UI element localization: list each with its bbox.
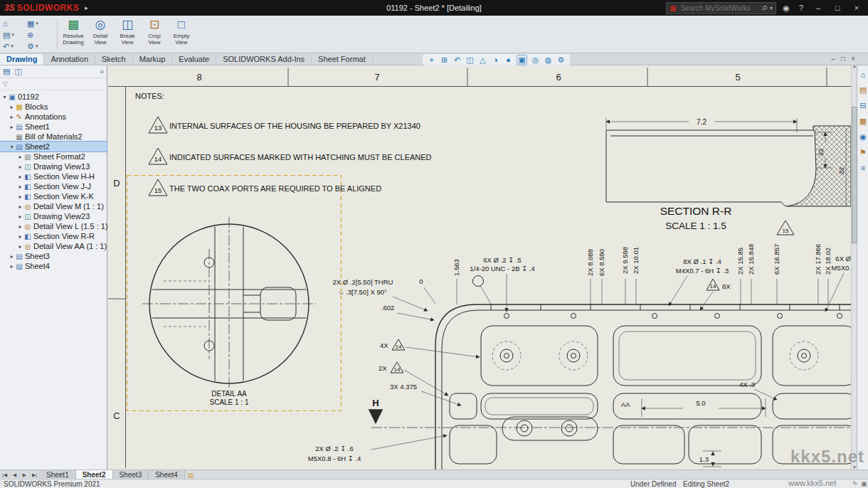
dim-4x3[interactable]: 4X .3: [739, 381, 755, 388]
dropdown-icon[interactable]: ▾: [36, 43, 38, 49]
search-dropdown-icon[interactable]: ▾: [770, 5, 773, 11]
tab-sketch[interactable]: Sketch: [95, 54, 133, 65]
dim-13[interactable]: 1.3: [699, 455, 709, 463]
expand-arrow-icon[interactable]: ▸: [9, 124, 15, 130]
callout-6x-right-line2[interactable]: M5X0.: [832, 264, 851, 272]
property-manager-tab-icon[interactable]: ◫: [14, 67, 21, 76]
tab-solidworks-addins[interactable]: SOLIDWORKS Add-Ins: [216, 54, 312, 65]
maximize-button[interactable]: □: [830, 4, 845, 12]
account-icon[interactable]: ◉: [781, 4, 791, 13]
expand-arrow-icon[interactable]: ▸: [17, 223, 23, 230]
tree-item-detail-view-m[interactable]: ▸◎Detail View M (1 : 1): [0, 201, 107, 211]
menu-expand-icon[interactable]: ▸: [85, 4, 88, 11]
tree-item-section-view-kk[interactable]: ▸◧Section View K-K: [0, 191, 107, 201]
dropdown-icon[interactable]: ▾: [11, 43, 14, 49]
search-input[interactable]: [679, 4, 759, 13]
section-view-title[interactable]: SECTION R-R: [660, 205, 732, 217]
flag-14[interactable]: 14: [710, 283, 716, 290]
dim-4375[interactable]: 3X 4.375: [390, 383, 417, 391]
dim-602[interactable]: .602: [381, 304, 395, 312]
dim-32b[interactable]: 32: [837, 167, 845, 175]
note-flag[interactable]: 13: [154, 124, 162, 132]
tree-item-annotations[interactable]: ▸✎Annotations: [0, 112, 107, 122]
vertical-scroll-thumb[interactable]: [852, 107, 857, 243]
edit-appearance-icon[interactable]: ◎: [531, 55, 540, 65]
expand-arrow-icon[interactable]: ▸: [17, 193, 23, 200]
file-explorer-icon[interactable]: ⊟: [857, 101, 868, 110]
annotation-view-icon[interactable]: △: [478, 55, 487, 65]
tree-item-detail-view-aa[interactable]: ▸◎Detail View AA (1 : 1): [0, 241, 107, 251]
break-view-button[interactable]: ◫ Break View: [115, 17, 139, 51]
qty-2x-flag[interactable]: 14: [394, 366, 401, 373]
dim-7-2[interactable]: 7.2: [697, 118, 706, 126]
design-library-icon[interactable]: ▤: [857, 85, 868, 95]
callout-6x-line1[interactable]: 6X Ø .2 ↧ .5: [483, 256, 521, 264]
help-icon[interactable]: ?: [796, 4, 806, 12]
detail-view-button[interactable]: ◎ Detail View: [88, 17, 112, 51]
minimize-button[interactable]: –: [811, 4, 825, 12]
tab-evaluate[interactable]: Evaluate: [172, 54, 216, 65]
callout-8x-line2[interactable]: M4X0.7 - 6H ↧ .3: [676, 267, 729, 275]
appearances-icon[interactable]: ◉: [857, 132, 868, 142]
options-button[interactable]: ⚙▾: [27, 41, 51, 52]
notes-title[interactable]: NOTES:: [135, 92, 164, 100]
hide-show-items-icon[interactable]: ●: [504, 55, 513, 64]
search-box[interactable]: ▦ ⚲ ▾: [666, 2, 776, 14]
qty-2x[interactable]: 2X: [379, 364, 387, 372]
new-document-button[interactable]: ▤▾: [3, 29, 27, 41]
callout-2x-line1[interactable]: 2X Ø .2[5.50] THRU: [333, 278, 393, 286]
zoom-to-fit-icon[interactable]: ⌖: [427, 55, 436, 65]
tree-item-section-view-rr[interactable]: ▸◧Section View R-R: [0, 231, 107, 241]
tab-annotation[interactable]: Annotation: [44, 54, 95, 65]
expand-arrow-icon[interactable]: ▸: [17, 184, 23, 190]
resolve-drawing-button[interactable]: ▩ Resolve Drawing: [61, 17, 85, 51]
tree-item-sheet1[interactable]: ▸▤Sheet1: [0, 122, 107, 132]
dim-32[interactable]: 32: [817, 149, 825, 157]
home-button[interactable]: ⌂: [3, 18, 27, 29]
detail-view-title[interactable]: DETAIL AA: [211, 390, 247, 398]
detail-view-boundary[interactable]: [127, 176, 342, 411]
tab-drawing[interactable]: Drawing: [0, 54, 44, 65]
undo-button[interactable]: ↶▾: [3, 41, 27, 52]
note-flag[interactable]: 14: [154, 155, 162, 163]
view-settings-icon[interactable]: ◍: [544, 55, 553, 65]
expand-arrow-icon[interactable]: ▸: [17, 243, 23, 250]
crop-view-button[interactable]: ⊡ Crop View: [142, 17, 166, 51]
markup-icon[interactable]: ✎: [852, 479, 858, 488]
doc-minimize-button[interactable]: –: [832, 55, 836, 63]
tree-item-sheet3[interactable]: ▸▤Sheet3: [0, 251, 107, 261]
dim-9598[interactable]: 2X 9.598: [621, 247, 629, 274]
section-view-icon[interactable]: ◫: [465, 55, 475, 65]
flag-14-qty[interactable]: 8X: [722, 282, 731, 290]
tree-item-blocks[interactable]: ▸▩Blocks: [0, 102, 107, 112]
tree-item-sheet4[interactable]: ▸▤Sheet4: [0, 261, 107, 271]
dim-1802[interactable]: 2X 18.02: [824, 248, 832, 275]
expand-arrow-icon[interactable]: ▸: [17, 213, 23, 220]
main-drawing-view[interactable]: 1.563 2X 8.088 6X 8.590 2X 9.598 2X 10.0…: [308, 244, 851, 470]
note-text[interactable]: INDICATED SURFACES MARKED WITH HATCHING …: [169, 153, 432, 161]
section-h-label[interactable]: H: [372, 398, 379, 408]
forum-icon[interactable]: ≡: [857, 164, 868, 172]
dim-1563[interactable]: 1.563: [452, 259, 460, 276]
expand-arrow-icon[interactable]: ▸: [17, 174, 23, 180]
panel-toggle-icon[interactable]: ▣: [861, 479, 867, 488]
callout-2x-line2[interactable]: ⌵ .3[7.50] X 90°: [339, 288, 387, 296]
section-view-scale[interactable]: SCALE 1 : 1.5: [665, 221, 726, 231]
display-style-icon[interactable]: ◑: [491, 55, 500, 64]
expand-arrow-icon[interactable]: ▾: [1, 94, 8, 100]
view-palette-icon[interactable]: ▦: [857, 117, 868, 126]
dim-zero[interactable]: 0: [419, 277, 423, 285]
notes-block[interactable]: NOTES: 13 INTERNAL SURFACES OF THE HOUSI…: [135, 92, 432, 196]
zoom-to-area-icon[interactable]: ⊞: [440, 55, 449, 65]
filter-icon[interactable]: ▽: [3, 80, 8, 87]
expand-arrow-icon[interactable]: ▸: [17, 233, 23, 240]
feature-tree-tab-icon[interactable]: ▤: [3, 67, 10, 76]
expand-arrow-icon[interactable]: ▸: [9, 104, 15, 110]
section-aa-label[interactable]: AA: [621, 401, 630, 408]
tab-sheet-format[interactable]: Sheet Format: [312, 54, 373, 65]
doc-restore-button[interactable]: □: [841, 55, 845, 63]
tree-item-sheet-format2[interactable]: ▸▧Sheet Format2: [0, 152, 107, 161]
note-flag[interactable]: 15: [154, 186, 162, 194]
options-icon[interactable]: ⚙: [556, 55, 566, 65]
doc-close-button[interactable]: ×: [851, 55, 855, 63]
